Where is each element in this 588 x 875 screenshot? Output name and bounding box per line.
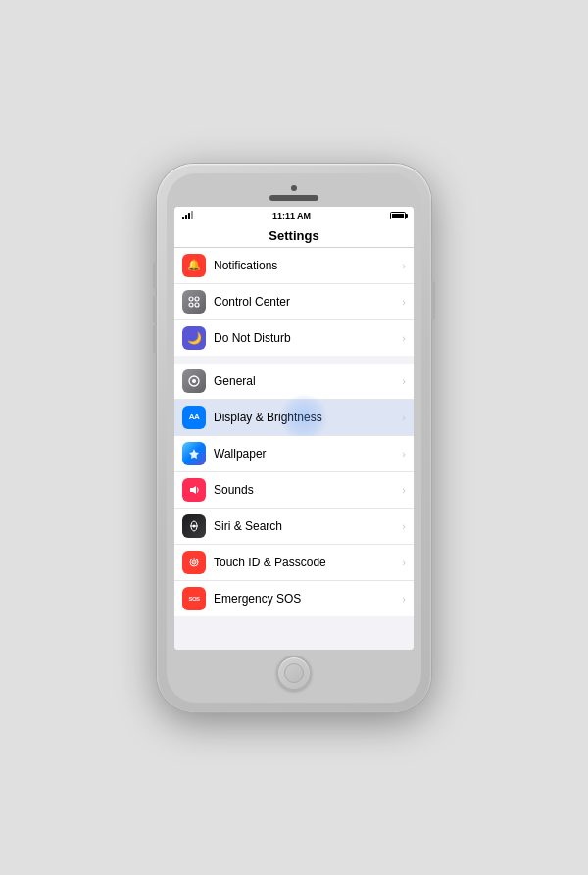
settings-group-2: General › AA Display & Brightness › [174,364,414,616]
siri-icon [182,514,206,538]
battery-fill [392,214,404,218]
svg-marker-6 [190,486,196,494]
settings-item-emergency[interactable]: SOS Emergency SOS › [174,581,414,616]
general-label: General [214,374,398,388]
phone-top [174,181,414,207]
settings-item-display[interactable]: AA Display & Brightness › [174,400,414,436]
settings-item-do-not-disturb[interactable]: 🌙 Do Not Disturb › [174,320,414,356]
notifications-icon: 🔔 [182,254,206,277]
camera-dot [291,185,297,191]
do-not-disturb-label: Do Not Disturb [214,331,398,345]
signal-bar-3 [188,213,190,219]
phone-bottom [174,650,414,695]
settings-title: Settings [182,228,406,243]
svg-point-5 [192,379,196,383]
battery-icon [390,212,406,219]
signal-bar-4 [191,211,193,219]
touch-id-icon [182,551,206,574]
screen: 11:11 AM Settings 🔔 [174,207,414,650]
sounds-icon [182,478,206,502]
settings-item-general[interactable]: General › [174,364,414,400]
siri-chevron: › [402,520,406,532]
notifications-chevron: › [402,260,406,271]
svg-point-3 [195,303,199,307]
phone-inner: 11:11 AM Settings 🔔 [167,173,421,703]
display-icon: AA [182,406,206,429]
do-not-disturb-icon: 🌙 [182,326,206,350]
signal-bars [182,211,193,219]
emergency-label: Emergency SOS [214,592,398,606]
nav-bar: Settings [174,222,414,248]
signal-bar-1 [182,217,184,219]
status-bar: 11:11 AM [174,207,414,222]
home-button-inner [284,663,304,683]
phone-frame: 11:11 AM Settings 🔔 [157,164,431,712]
svg-point-9 [193,524,196,527]
siri-label: Siri & Search [214,519,398,533]
wallpaper-label: Wallpaper [214,447,398,461]
display-chevron: › [402,412,406,423]
notifications-label: Notifications [214,259,398,272]
sounds-chevron: › [402,484,406,496]
control-center-chevron: › [402,296,406,308]
sounds-label: Sounds [214,483,398,497]
control-center-icon [182,290,206,314]
settings-item-sounds[interactable]: Sounds › [174,472,414,509]
signal-bar-2 [185,215,187,219]
settings-item-siri[interactable]: Siri & Search › [174,509,414,545]
control-center-label: Control Center [214,295,398,309]
do-not-disturb-chevron: › [402,332,406,344]
emergency-chevron: › [402,593,406,605]
status-time: 11:11 AM [272,211,311,220]
settings-list: 🔔 Notifications › [174,248,414,650]
svg-point-1 [195,297,199,301]
settings-item-wallpaper[interactable]: Wallpaper › [174,436,414,472]
home-button[interactable] [276,656,312,691]
settings-item-notifications[interactable]: 🔔 Notifications › [174,248,414,284]
emergency-icon: SOS [182,587,206,610]
svg-point-2 [189,303,193,307]
general-chevron: › [402,375,406,387]
touch-id-chevron: › [402,557,406,568]
settings-group-1: 🔔 Notifications › [174,248,414,356]
settings-item-touch-id[interactable]: Touch ID & Passcode › [174,545,414,581]
touch-id-label: Touch ID & Passcode [214,556,398,569]
general-icon [182,369,206,393]
speaker-grille [270,195,318,201]
status-left [182,211,193,219]
wallpaper-chevron: › [402,448,406,460]
display-label: Display & Brightness [214,411,398,424]
wallpaper-icon [182,442,206,465]
svg-point-0 [189,297,193,301]
settings-item-control-center[interactable]: Control Center › [174,284,414,320]
svg-point-12 [193,561,194,562]
status-right [390,212,406,219]
